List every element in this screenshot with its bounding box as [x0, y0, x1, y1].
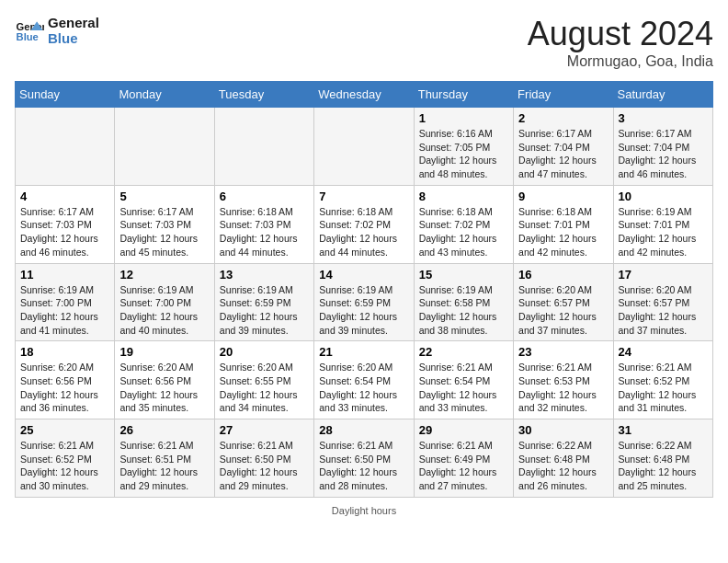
calendar-cell: 5Sunrise: 6:17 AM Sunset: 7:03 PM Daylig… — [115, 185, 214, 263]
calendar-cell: 29Sunrise: 6:21 AM Sunset: 6:49 PM Dayli… — [414, 419, 513, 498]
calendar-cell: 6Sunrise: 6:18 AM Sunset: 7:03 PM Daylig… — [214, 185, 313, 263]
day-number: 12 — [119, 268, 209, 282]
day-info: Sunrise: 6:20 AM Sunset: 6:54 PM Dayligh… — [319, 361, 408, 415]
day-number: 28 — [319, 423, 408, 437]
weekday-header-sunday: Sunday — [16, 82, 115, 108]
day-info: Sunrise: 6:19 AM Sunset: 7:00 PM Dayligh… — [20, 283, 109, 338]
day-info: Sunrise: 6:19 AM Sunset: 6:58 PM Dayligh… — [419, 283, 508, 338]
calendar-cell — [214, 108, 313, 186]
day-info: Sunrise: 6:21 AM Sunset: 6:54 PM Dayligh… — [419, 361, 508, 415]
calendar-title: August 2024 — [528, 15, 713, 53]
calendar-week-row: 11Sunrise: 6:19 AM Sunset: 7:00 PM Dayli… — [16, 263, 713, 341]
calendar-cell: 27Sunrise: 6:21 AM Sunset: 6:50 PM Dayli… — [214, 419, 313, 498]
day-info: Sunrise: 6:16 AM Sunset: 7:05 PM Dayligh… — [419, 127, 508, 181]
calendar-cell: 17Sunrise: 6:20 AM Sunset: 6:57 PM Dayli… — [613, 263, 712, 341]
title-block: August 2024 Mormugao, Goa, India — [528, 15, 713, 70]
day-info: Sunrise: 6:21 AM Sunset: 6:49 PM Dayligh… — [419, 439, 508, 493]
calendar-cell: 25Sunrise: 6:21 AM Sunset: 6:52 PM Dayli… — [16, 419, 115, 498]
calendar-cell: 3Sunrise: 6:17 AM Sunset: 7:04 PM Daylig… — [613, 108, 712, 186]
day-number: 1 — [419, 111, 508, 125]
day-info: Sunrise: 6:20 AM Sunset: 6:56 PM Dayligh… — [20, 361, 109, 415]
calendar-cell: 2Sunrise: 6:17 AM Sunset: 7:04 PM Daylig… — [514, 108, 613, 186]
day-info: Sunrise: 6:22 AM Sunset: 6:48 PM Dayligh… — [619, 439, 708, 493]
calendar-cell: 7Sunrise: 6:18 AM Sunset: 7:02 PM Daylig… — [314, 185, 414, 263]
day-number: 4 — [20, 190, 109, 203]
day-info: Sunrise: 6:17 AM Sunset: 7:04 PM Dayligh… — [619, 127, 708, 181]
footer: Daylight hours — [15, 505, 713, 516]
day-number: 29 — [419, 423, 508, 437]
calendar-week-row: 18Sunrise: 6:20 AM Sunset: 6:56 PM Dayli… — [16, 341, 713, 419]
day-info: Sunrise: 6:18 AM Sunset: 7:02 PM Dayligh… — [419, 205, 508, 259]
calendar-cell: 9Sunrise: 6:18 AM Sunset: 7:01 PM Daylig… — [514, 185, 613, 263]
calendar-table: SundayMondayTuesdayWednesdayThursdayFrid… — [15, 81, 713, 498]
day-number: 26 — [119, 423, 209, 437]
weekday-header-thursday: Thursday — [414, 82, 513, 108]
day-number: 21 — [319, 345, 408, 359]
day-info: Sunrise: 6:20 AM Sunset: 6:56 PM Dayligh… — [119, 361, 209, 415]
logo: General Blue General Blue — [15, 15, 99, 46]
day-number: 22 — [419, 345, 508, 359]
daylight-label: Daylight hours — [332, 505, 396, 516]
calendar-cell: 31Sunrise: 6:22 AM Sunset: 6:48 PM Dayli… — [613, 419, 712, 498]
calendar-cell: 1Sunrise: 6:16 AM Sunset: 7:05 PM Daylig… — [414, 108, 513, 186]
day-number: 24 — [619, 345, 708, 359]
calendar-cell: 16Sunrise: 6:20 AM Sunset: 6:57 PM Dayli… — [514, 263, 613, 341]
calendar-cell: 13Sunrise: 6:19 AM Sunset: 6:59 PM Dayli… — [214, 263, 313, 341]
day-number: 3 — [619, 111, 708, 125]
calendar-week-row: 1Sunrise: 6:16 AM Sunset: 7:05 PM Daylig… — [16, 108, 713, 186]
day-info: Sunrise: 6:17 AM Sunset: 7:04 PM Dayligh… — [518, 127, 608, 181]
day-number: 19 — [119, 345, 209, 359]
weekday-header-friday: Friday — [514, 82, 613, 108]
calendar-week-row: 25Sunrise: 6:21 AM Sunset: 6:52 PM Dayli… — [16, 419, 713, 498]
day-number: 17 — [619, 268, 708, 282]
day-number: 27 — [220, 423, 309, 437]
calendar-cell: 10Sunrise: 6:19 AM Sunset: 7:01 PM Dayli… — [613, 185, 712, 263]
day-info: Sunrise: 6:21 AM Sunset: 6:52 PM Dayligh… — [619, 361, 708, 415]
day-number: 18 — [20, 345, 109, 359]
calendar-cell: 18Sunrise: 6:20 AM Sunset: 6:56 PM Dayli… — [16, 341, 115, 419]
calendar-cell: 24Sunrise: 6:21 AM Sunset: 6:52 PM Dayli… — [613, 341, 712, 419]
calendar-cell: 23Sunrise: 6:21 AM Sunset: 6:53 PM Dayli… — [514, 341, 613, 419]
day-number: 8 — [419, 190, 508, 203]
day-info: Sunrise: 6:21 AM Sunset: 6:53 PM Dayligh… — [518, 361, 608, 415]
day-number: 13 — [220, 268, 309, 282]
day-number: 7 — [319, 190, 408, 203]
calendar-cell: 12Sunrise: 6:19 AM Sunset: 7:00 PM Dayli… — [115, 263, 214, 341]
weekday-header-tuesday: Tuesday — [214, 82, 313, 108]
calendar-cell: 20Sunrise: 6:20 AM Sunset: 6:55 PM Dayli… — [214, 341, 313, 419]
day-info: Sunrise: 6:20 AM Sunset: 6:57 PM Dayligh… — [619, 283, 708, 338]
day-info: Sunrise: 6:22 AM Sunset: 6:48 PM Dayligh… — [518, 439, 608, 493]
day-number: 16 — [518, 268, 608, 282]
day-number: 10 — [619, 190, 708, 203]
day-info: Sunrise: 6:21 AM Sunset: 6:51 PM Dayligh… — [119, 439, 209, 493]
calendar-week-row: 4Sunrise: 6:17 AM Sunset: 7:03 PM Daylig… — [16, 185, 713, 263]
calendar-cell: 4Sunrise: 6:17 AM Sunset: 7:03 PM Daylig… — [16, 185, 115, 263]
day-info: Sunrise: 6:19 AM Sunset: 6:59 PM Dayligh… — [319, 283, 408, 338]
day-number: 25 — [20, 423, 109, 437]
logo-blue: Blue — [48, 30, 99, 46]
day-number: 5 — [119, 190, 209, 203]
day-info: Sunrise: 6:18 AM Sunset: 7:03 PM Dayligh… — [220, 205, 309, 259]
calendar-cell: 19Sunrise: 6:20 AM Sunset: 6:56 PM Dayli… — [115, 341, 214, 419]
day-info: Sunrise: 6:19 AM Sunset: 6:59 PM Dayligh… — [220, 283, 309, 338]
page-header: General Blue General Blue August 2024 Mo… — [15, 15, 713, 70]
day-number: 11 — [20, 268, 109, 282]
day-number: 15 — [419, 268, 508, 282]
calendar-cell: 30Sunrise: 6:22 AM Sunset: 6:48 PM Dayli… — [514, 419, 613, 498]
calendar-subtitle: Mormugao, Goa, India — [528, 53, 713, 70]
calendar-cell — [314, 108, 414, 186]
calendar-cell: 15Sunrise: 6:19 AM Sunset: 6:58 PM Dayli… — [414, 263, 513, 341]
day-info: Sunrise: 6:17 AM Sunset: 7:03 PM Dayligh… — [20, 205, 109, 259]
svg-text:Blue: Blue — [17, 31, 39, 42]
calendar-cell: 11Sunrise: 6:19 AM Sunset: 7:00 PM Dayli… — [16, 263, 115, 341]
weekday-header-wednesday: Wednesday — [314, 82, 414, 108]
calendar-cell: 14Sunrise: 6:19 AM Sunset: 6:59 PM Dayli… — [314, 263, 414, 341]
day-info: Sunrise: 6:21 AM Sunset: 6:50 PM Dayligh… — [319, 439, 408, 493]
weekday-header-row: SundayMondayTuesdayWednesdayThursdayFrid… — [16, 82, 713, 108]
logo-general: General — [48, 15, 99, 30]
calendar-cell — [16, 108, 115, 186]
weekday-header-saturday: Saturday — [613, 82, 712, 108]
day-info: Sunrise: 6:18 AM Sunset: 7:01 PM Dayligh… — [518, 205, 608, 259]
day-info: Sunrise: 6:21 AM Sunset: 6:52 PM Dayligh… — [20, 439, 109, 493]
calendar-cell: 21Sunrise: 6:20 AM Sunset: 6:54 PM Dayli… — [314, 341, 414, 419]
